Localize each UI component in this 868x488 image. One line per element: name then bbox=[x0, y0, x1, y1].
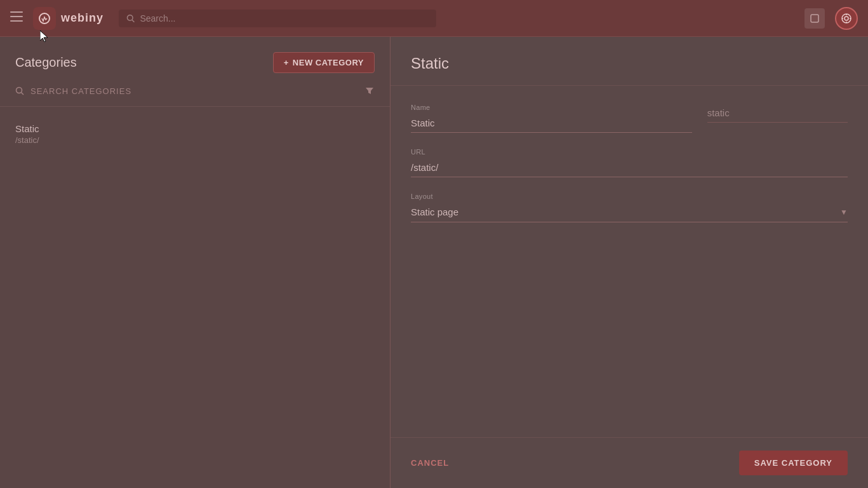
global-search-input[interactable] bbox=[140, 13, 429, 24]
list-item[interactable]: Static /static/ bbox=[0, 117, 390, 151]
svg-rect-2 bbox=[10, 20, 23, 22]
left-panel-header: Categories + NEW CATEGORY bbox=[0, 37, 390, 86]
category-search-icon bbox=[15, 86, 24, 95]
filter-icon[interactable] bbox=[364, 86, 375, 96]
new-category-button[interactable]: + NEW CATEGORY bbox=[273, 52, 375, 73]
plus-icon: + bbox=[284, 58, 289, 67]
search-bar bbox=[119, 10, 436, 27]
name-field: Name bbox=[411, 104, 692, 133]
svg-rect-1 bbox=[10, 16, 23, 17]
svg-point-4 bbox=[127, 15, 133, 20]
save-category-button[interactable]: SAVE CATEGORY bbox=[739, 451, 848, 475]
layout-select[interactable]: Static page Default page Full width page bbox=[411, 207, 848, 217]
logo-icon bbox=[33, 7, 56, 30]
name-label: Name bbox=[411, 104, 692, 111]
url-row: URL bbox=[411, 148, 848, 177]
app-name: webiny bbox=[61, 11, 103, 25]
right-panel: Static Name static URL bbox=[391, 37, 868, 488]
search-icon bbox=[126, 14, 135, 23]
layout-field: Layout Static page Default page Full wid… bbox=[411, 193, 848, 222]
url-label: URL bbox=[411, 148, 848, 156]
categories-title: Categories bbox=[15, 55, 77, 70]
app-logo[interactable]: webiny bbox=[33, 7, 103, 30]
main-content: Categories + NEW CATEGORY Static /static… bbox=[0, 37, 868, 488]
url-input[interactable] bbox=[411, 158, 848, 177]
layout-row: Layout Static page Default page Full wid… bbox=[411, 193, 848, 222]
category-search-input[interactable] bbox=[30, 86, 364, 96]
menu-icon[interactable] bbox=[10, 11, 23, 25]
svg-line-5 bbox=[132, 20, 134, 22]
svg-point-7 bbox=[842, 14, 851, 23]
category-item-name: Static bbox=[15, 123, 375, 134]
slug-value: static bbox=[707, 104, 848, 123]
category-search-bar bbox=[0, 86, 390, 107]
left-panel: Categories + NEW CATEGORY Static /static… bbox=[0, 37, 391, 488]
url-field: URL bbox=[411, 148, 848, 177]
svg-rect-6 bbox=[811, 15, 818, 22]
right-panel-header: Static bbox=[391, 37, 868, 86]
svg-point-13 bbox=[17, 88, 22, 93]
svg-rect-0 bbox=[10, 11, 23, 13]
category-item-url: /static/ bbox=[15, 135, 375, 145]
form-body: Name static URL Layout bbox=[391, 86, 868, 437]
cancel-button[interactable]: CANCEL bbox=[411, 458, 449, 468]
form-actions: CANCEL SAVE CATEGORY bbox=[391, 437, 868, 488]
notification-button[interactable] bbox=[805, 8, 825, 29]
slug-field: static bbox=[707, 104, 848, 133]
svg-line-14 bbox=[22, 93, 24, 95]
name-input[interactable] bbox=[411, 114, 692, 133]
layout-select-container: Static page Default page Full width page… bbox=[411, 203, 848, 222]
topbar-right bbox=[805, 7, 858, 30]
new-category-label: NEW CATEGORY bbox=[293, 58, 364, 67]
layout-label: Layout bbox=[411, 193, 848, 200]
svg-point-8 bbox=[845, 17, 848, 20]
form-title: Static bbox=[411, 55, 848, 72]
name-row: Name static bbox=[411, 104, 848, 133]
categories-list: Static /static/ bbox=[0, 107, 390, 161]
topbar: webiny bbox=[0, 0, 868, 37]
user-menu-button[interactable] bbox=[835, 7, 858, 30]
